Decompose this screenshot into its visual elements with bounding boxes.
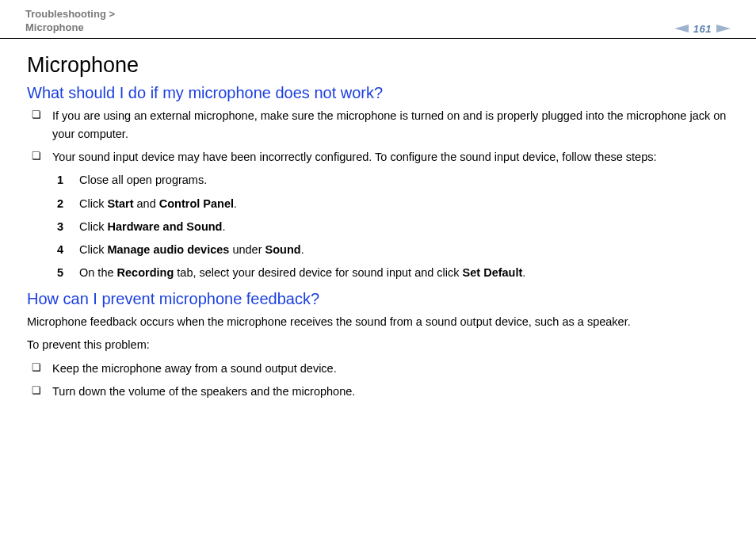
step-text: under (229, 243, 265, 256)
question-heading-2: How can I prevent microphone feedback? (27, 290, 729, 308)
step-text: and (134, 197, 159, 210)
step-item: Click Hardware and Sound. (57, 218, 729, 236)
page-nav: 161 (674, 23, 731, 35)
step-text: . (222, 220, 225, 233)
term: Recording (117, 266, 174, 279)
list-item: Your sound input device may have been in… (27, 148, 729, 166)
step-item: Click Manage audio devices under Sound. (57, 241, 729, 259)
paragraph: Microphone feedback occurs when the micr… (27, 313, 729, 331)
step-text: Click (79, 197, 107, 210)
bullet-list-1: If you are using an external microphone,… (27, 107, 729, 167)
term: Manage audio devices (107, 243, 229, 256)
term: Start (107, 197, 133, 210)
list-item: Turn down the volume of the speakers and… (27, 383, 729, 401)
step-text: Click (79, 243, 107, 256)
step-text: . (234, 197, 237, 210)
breadcrumb-level2: Microphone (25, 21, 115, 35)
step-item: Close all open programs. (57, 171, 729, 189)
svg-marker-1 (716, 25, 731, 32)
step-text: tab, select your desired device for soun… (174, 266, 462, 279)
step-text: . (522, 266, 525, 279)
next-page-button[interactable] (716, 25, 731, 32)
term: Sound (265, 243, 301, 256)
breadcrumb-level1: Troubleshooting > (25, 8, 115, 20)
page-title: Microphone (27, 53, 729, 78)
step-item: Click Start and Control Panel. (57, 195, 729, 213)
step-text: Click (79, 220, 107, 233)
steps-list: Close all open programs. Click Start and… (57, 171, 729, 282)
bullet-list-2: Keep the microphone away from a sound ou… (27, 360, 729, 401)
content-area: Microphone What should I do if my microp… (0, 39, 756, 401)
term: Set Default (463, 266, 523, 279)
term: Control Panel (159, 197, 234, 210)
step-text: . (301, 243, 304, 256)
list-item: If you are using an external microphone,… (27, 107, 729, 143)
step-text: On the (79, 266, 117, 279)
term: Hardware and Sound (107, 220, 222, 233)
step-item: On the Recording tab, select your desire… (57, 264, 729, 282)
svg-marker-0 (674, 25, 689, 32)
list-item: Keep the microphone away from a sound ou… (27, 360, 729, 378)
prev-page-button[interactable] (674, 25, 689, 32)
page-number: 161 (693, 23, 712, 35)
question-heading-1: What should I do if my microphone does n… (27, 84, 729, 102)
breadcrumb: Troubleshooting > Microphone (25, 8, 115, 35)
header-bar: Troubleshooting > Microphone 161 (0, 0, 756, 39)
paragraph: To prevent this problem: (27, 336, 729, 354)
